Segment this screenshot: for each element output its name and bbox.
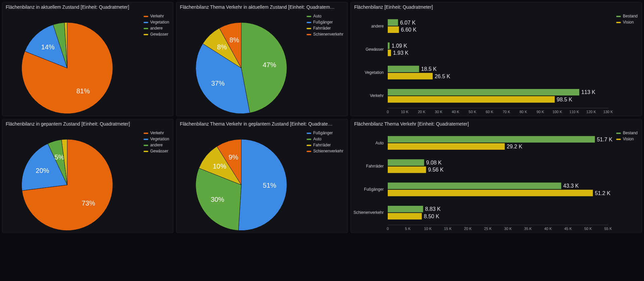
bar[interactable] <box>388 73 433 79</box>
x-tick-label: 100 K <box>552 110 562 114</box>
bar-value-label: 9.08 K <box>426 160 442 166</box>
bar[interactable] <box>388 167 426 173</box>
x-tick-label: 50 K <box>584 227 592 231</box>
legend-swatch <box>144 16 148 17</box>
panel-body: 05 K10 K15 K20 K25 K30 K35 K40 K45 K50 K… <box>351 127 642 233</box>
x-tick-label: 0 <box>387 110 389 114</box>
legend-label: Vision <box>623 20 634 25</box>
bar[interactable] <box>388 213 422 219</box>
bar-legend: BestandVision <box>616 14 638 26</box>
bar-legend: BestandVision <box>616 131 638 143</box>
pie-slice-label: 51% <box>263 182 276 189</box>
x-tick-label: 50 K <box>469 110 476 114</box>
x-tick-label: 70 K <box>502 110 510 114</box>
panel-body: 010 K20 K30 K40 K50 K60 K70 K80 K90 K100… <box>351 10 642 116</box>
bar[interactable] <box>388 66 419 72</box>
legend-swatch <box>616 22 621 23</box>
legend-item[interactable]: andere <box>144 26 169 31</box>
x-tick-label: 15 K <box>444 227 452 231</box>
legend-swatch <box>307 133 311 134</box>
bar[interactable] <box>388 206 423 212</box>
bar[interactable] <box>388 42 390 49</box>
bar-value-label: 6.07 K <box>400 20 416 26</box>
x-tick-label: 55 K <box>604 227 612 231</box>
legend-item[interactable]: Vision <box>616 137 638 142</box>
panel-pie-current-traffic: Flächenbilanz Thema Verkehr in aktuellem… <box>176 2 347 116</box>
bar[interactable] <box>388 89 579 95</box>
legend-swatch <box>616 16 621 17</box>
pie-slice-label: 73% <box>82 199 95 207</box>
legend-label: Gewässer <box>150 32 168 37</box>
pie-slice-label: 20% <box>36 167 49 174</box>
panel-bar-area: Flächenbilanz [Einheit: Quadratmeter] 01… <box>351 2 642 116</box>
x-tick-label: 10 K <box>401 110 409 114</box>
x-tick-label: 30 K <box>504 227 512 231</box>
panel-title: Flächenbilanz in aktuellem Zustand [Einh… <box>2 2 173 10</box>
bar[interactable] <box>388 183 561 189</box>
panel-pie-planned-area: Flächenbilanz in gepantem Zustand [Einhe… <box>2 119 173 233</box>
legend-item[interactable]: Schienenverkehr <box>307 149 343 154</box>
legend-label: Gewässer <box>150 149 168 154</box>
category-label: Vegetation <box>365 70 384 75</box>
legend-label: andere <box>150 26 163 31</box>
legend-label: andere <box>150 143 163 148</box>
bar-value-label: 8.50 K <box>424 214 439 219</box>
legend-item[interactable]: Vegetation <box>144 20 169 25</box>
bar[interactable] <box>388 96 555 102</box>
panel-body: 73%20%5%VerkehrVegetationandereGewässer <box>2 127 173 233</box>
legend-swatch <box>616 133 621 134</box>
legend-item[interactable]: andere <box>144 143 169 148</box>
legend-item[interactable]: Fahrräder <box>307 26 343 31</box>
panel-pie-current-area: Flächenbilanz in aktuellem Zustand [Einh… <box>2 2 173 116</box>
legend-swatch <box>307 28 311 29</box>
legend-label: Bestand <box>623 14 638 19</box>
legend-item[interactable]: Bestand <box>616 14 638 19</box>
bar-value-label: 51.7 K <box>597 137 612 142</box>
legend-item[interactable]: Schienenverkehr <box>307 32 343 37</box>
legend-item[interactable]: Verkehr <box>144 14 169 19</box>
bar-value-label: 9.56 K <box>428 167 444 173</box>
x-tick-label: 130 K <box>603 110 613 114</box>
bar[interactable] <box>388 143 505 150</box>
legend-item[interactable]: Vegetation <box>144 137 169 142</box>
bar[interactable] <box>388 50 391 56</box>
bar[interactable] <box>388 136 595 142</box>
legend-item[interactable]: Fußgänger <box>307 131 343 136</box>
bar[interactable] <box>388 27 399 33</box>
bar[interactable] <box>388 19 398 26</box>
pie-slice-label: 8% <box>229 36 239 44</box>
bar-value-label: 8.83 K <box>425 206 441 212</box>
x-tick-label: 20 K <box>418 110 425 114</box>
panel-title: Flächenbilanz Thema Verkehr [Einheit: Qu… <box>351 119 642 127</box>
pie-legend: VerkehrVegetationandereGewässer <box>144 14 169 38</box>
bar[interactable] <box>388 159 424 166</box>
legend-item[interactable]: Verkehr <box>144 131 169 136</box>
x-tick-label: 40 K <box>544 227 552 231</box>
legend-item[interactable]: Auto <box>307 137 343 142</box>
bar-value-label: 18.5 K <box>421 66 437 72</box>
legend-swatch <box>307 34 311 35</box>
bar[interactable] <box>388 190 593 196</box>
panel-title: Flächenbilanz [Einheit: Quadratmeter] <box>351 2 642 10</box>
legend-label: Auto <box>313 137 322 142</box>
legend-swatch <box>144 151 148 152</box>
legend-swatch <box>616 139 621 140</box>
bar-value-label: 29.2 K <box>506 144 522 149</box>
legend-item[interactable]: Bestand <box>616 131 638 136</box>
bar-value-label: 98.5 K <box>556 97 572 102</box>
x-tick-label: 20 K <box>464 227 472 231</box>
legend-item[interactable]: Gewässer <box>144 32 169 37</box>
bar-value-label: 6.60 K <box>401 27 417 33</box>
bar-value-label: 1.93 K <box>393 50 409 56</box>
legend-item[interactable]: Vision <box>616 20 638 25</box>
legend-item[interactable]: Fußgänger <box>307 20 343 25</box>
legend-item[interactable]: Fahrräder <box>307 143 343 148</box>
legend-item[interactable]: Auto <box>307 14 343 19</box>
legend-item[interactable]: Gewässer <box>144 149 169 154</box>
x-tick-label: 35 K <box>524 227 532 231</box>
bar-chart: 010 K20 K30 K40 K50 K60 K70 K80 K90 K100… <box>351 10 642 116</box>
x-tick-label: 0 <box>387 227 389 231</box>
bar-value-label: 51.2 K <box>595 190 610 196</box>
legend-swatch <box>307 139 311 140</box>
legend-swatch <box>144 34 148 35</box>
